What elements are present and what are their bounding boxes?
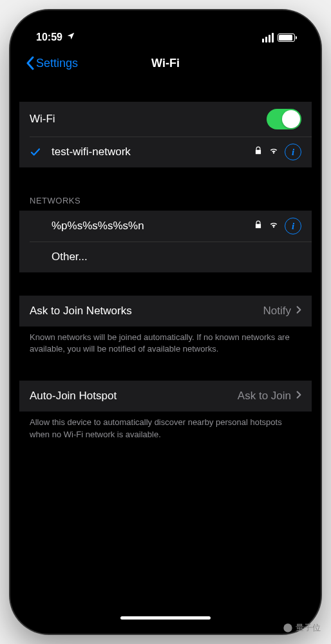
location-icon — [66, 32, 75, 43]
ask-to-join-label: Ask to Join Networks — [30, 305, 263, 317]
other-network-label: Other... — [52, 251, 301, 263]
back-label: Settings — [36, 57, 78, 70]
auto-join-hotspot-row[interactable]: Auto-Join Hotspot Ask to Join — [19, 381, 312, 412]
ask-to-join-footer: Known networks will be joined automatica… — [19, 327, 312, 357]
wifi-icon — [269, 146, 278, 158]
battery-icon — [278, 33, 295, 42]
ask-to-join-value: Notify — [263, 305, 291, 317]
cellular-signal-icon — [262, 33, 274, 43]
lock-icon — [254, 220, 263, 232]
auto-join-hotspot-label: Auto-Join Hotspot — [30, 390, 238, 402]
chevron-right-icon — [296, 305, 301, 317]
home-indicator[interactable] — [120, 616, 211, 620]
connected-network-row[interactable]: test-wifi-network i — [19, 137, 312, 167]
wifi-toggle-switch[interactable] — [267, 109, 301, 129]
connected-network-name: test-wifi-network — [52, 146, 254, 158]
other-network-row[interactable]: Other... — [19, 242, 312, 272]
info-button[interactable]: i — [285, 144, 301, 160]
available-network-name: %p%s%s%s%s%n — [52, 220, 254, 232]
wifi-toggle-row: Wi-Fi — [19, 102, 312, 137]
lock-icon — [254, 146, 263, 158]
chevron-right-icon — [296, 390, 301, 402]
phone-frame: 10:59 Settings Wi-Fi — [10, 10, 321, 634]
svg-point-0 — [283, 623, 292, 632]
wifi-icon — [269, 220, 278, 232]
available-network-row[interactable]: %p%s%s%s%s%n i — [19, 211, 312, 242]
watermark: 量子位 — [283, 622, 321, 634]
device-notch — [101, 19, 230, 39]
auto-join-hotspot-footer: Allow this device to automatically disco… — [19, 412, 312, 442]
ask-to-join-row[interactable]: Ask to Join Networks Notify — [19, 296, 312, 327]
auto-join-hotspot-value: Ask to Join — [238, 390, 291, 402]
checkmark-icon — [30, 146, 44, 158]
navigation-bar: Settings Wi-Fi — [19, 48, 312, 79]
info-button[interactable]: i — [285, 218, 301, 234]
back-button[interactable]: Settings — [26, 56, 78, 70]
status-time: 10:59 — [36, 32, 62, 43]
networks-section-header: Networks — [19, 191, 312, 211]
wifi-toggle-label: Wi-Fi — [30, 113, 267, 126]
